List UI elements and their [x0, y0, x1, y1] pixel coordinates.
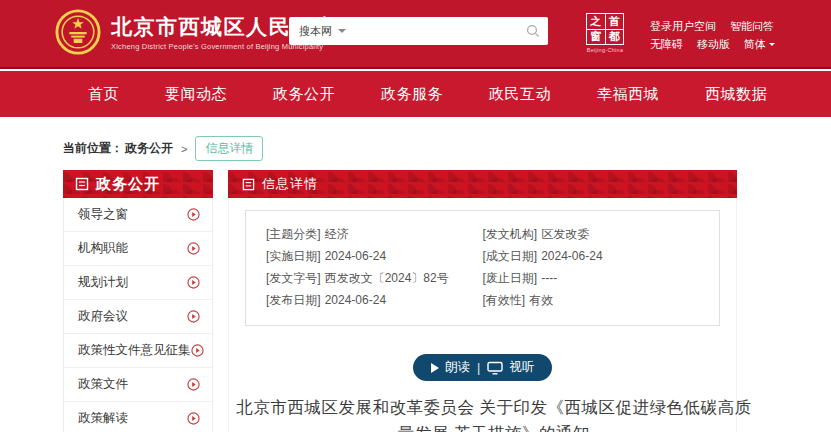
- breadcrumb-separator: >: [181, 143, 187, 155]
- meta-label: [发文字号]: [266, 271, 321, 285]
- meta-issuing-agency: [发文机构]区发改委: [483, 223, 700, 245]
- sidebar-item-label: 政策解读: [78, 410, 128, 427]
- link-login-user-space[interactable]: 登录用户空间: [650, 17, 716, 35]
- meta-value: 2024-06-24: [325, 249, 386, 263]
- page: 北京市西城区人民政府 Xicheng District People's Gov…: [0, 0, 831, 432]
- site-header: 北京市西城区人民政府 Xicheng District People's Gov…: [0, 0, 831, 69]
- link-simplified-chinese[interactable]: 简体: [744, 35, 775, 53]
- sidebar-gov-disclosure: 政务公开 领导之窗 机构职能 规划计划 政府会议 政策性文件意见征集: [63, 170, 213, 432]
- panel-title: 信息详情: [262, 175, 318, 193]
- meta-value: 区发改委: [541, 227, 589, 241]
- play-icon: [431, 363, 439, 373]
- read-aloud-audiovisual-button[interactable]: 朗读 | 视听: [413, 354, 552, 381]
- national-emblem-icon: [55, 9, 101, 55]
- sidebar-item-org-functions[interactable]: 机构职能: [64, 232, 212, 266]
- main-nav: 首页 要闻动态 政务公开 政务服务 政民互动 幸福西城 西城数据: [0, 71, 831, 117]
- info-detail-body: [主题分类]经济 [实施日期]2024-06-24 [发文字号]西发改文〔202…: [228, 198, 737, 432]
- meta-value: 2024-06-24: [325, 293, 386, 307]
- sidebar-item-policy-comments[interactable]: 政策性文件意见征集: [64, 334, 212, 368]
- meta-value: 经济: [325, 227, 349, 241]
- nav-item-home[interactable]: 首页: [88, 85, 119, 104]
- nav-item-news[interactable]: 要闻动态: [165, 85, 227, 104]
- sidebar-item-label: 政策文件: [78, 376, 128, 393]
- link-mobile-version[interactable]: 移动版: [697, 35, 730, 53]
- meta-publish-date: [发布日期]2024-06-24: [266, 289, 483, 311]
- nav-item-xicheng-data[interactable]: 西城数据: [705, 85, 767, 104]
- breadcrumb-prefix: 当前位置：: [63, 140, 123, 157]
- meta-column-left: [主题分类]经济 [实施日期]2024-06-24 [发文字号]西发改文〔202…: [266, 223, 483, 311]
- circle-arrow-icon: [187, 310, 200, 323]
- media-button-row: 朗读 | 视听: [229, 354, 736, 381]
- audiovisual-label: 视听: [509, 359, 534, 376]
- meta-implementation-date: [实施日期]2024-06-24: [266, 245, 483, 267]
- search-bar: 搜本网: [289, 17, 548, 45]
- meta-value: ----: [541, 271, 557, 285]
- link-smart-qa[interactable]: 智能问答: [730, 17, 774, 35]
- search-scope-dropdown[interactable]: 搜本网: [289, 24, 354, 39]
- meta-label: [废止日期]: [483, 271, 538, 285]
- meta-label: [有效性]: [483, 293, 526, 307]
- sidebar-item-leaders-window[interactable]: 领导之窗: [64, 198, 212, 232]
- nav-item-gov-services[interactable]: 政务服务: [381, 85, 443, 104]
- sidebar-item-label: 机构职能: [78, 240, 128, 257]
- meta-written-date: [成文日期]2024-06-24: [483, 245, 700, 267]
- sidebar-item-plans[interactable]: 规划计划: [64, 266, 212, 300]
- breadcrumb: 当前位置： 政务公开 > 信息详情: [63, 136, 263, 161]
- link-accessibility[interactable]: 无障碍: [650, 35, 683, 53]
- breadcrumb-current[interactable]: 信息详情: [195, 136, 263, 161]
- read-aloud-label: 朗读: [445, 359, 470, 376]
- document-list-icon: [75, 177, 89, 191]
- breadcrumb-section[interactable]: 政务公开: [125, 140, 173, 157]
- circle-arrow-icon: [187, 242, 200, 255]
- meta-label: [主题分类]: [266, 227, 321, 241]
- search-scope-label: 搜本网: [299, 24, 332, 39]
- sidebar-item-label: 政策性文件意见征集: [78, 342, 191, 359]
- circle-arrow-icon: [187, 412, 200, 425]
- capital-window-char: 窗: [587, 30, 605, 45]
- sidebar-item-label: 领导之窗: [78, 206, 128, 223]
- sidebar-list: 领导之窗 机构职能 规划计划 政府会议 政策性文件意见征集 政策文件: [63, 198, 213, 432]
- sidebar-item-policy-interpretation[interactable]: 政策解读: [64, 402, 212, 432]
- meta-label: [实施日期]: [266, 249, 321, 263]
- search-input[interactable]: [354, 19, 518, 43]
- meta-value: 西发改文〔2024〕82号: [325, 271, 449, 285]
- meta-label: [发文机构]: [483, 227, 538, 241]
- document-title: 北京市西城区发展和改革委员会 关于印发《西城区促进绿色低碳高质量发展 若干措施》…: [229, 395, 759, 432]
- meta-document-number: [发文字号]西发改文〔2024〕82号: [266, 267, 483, 289]
- search-button[interactable]: [518, 17, 548, 45]
- capital-window-char: 首: [606, 14, 624, 29]
- meta-validity: [有效性]有效: [483, 289, 700, 311]
- meta-label: [发布日期]: [266, 293, 321, 307]
- sidebar-item-label: 规划计划: [78, 274, 128, 291]
- capital-window-grid: 之 首 窗 都: [586, 13, 624, 45]
- circle-arrow-icon: [187, 208, 200, 221]
- caret-down-icon: [338, 29, 346, 33]
- button-separator: |: [477, 361, 480, 375]
- capital-window-char: 之: [587, 14, 605, 29]
- document-meta-box: [主题分类]经济 [实施日期]2024-06-24 [发文字号]西发改文〔202…: [245, 210, 720, 326]
- nav-item-interaction[interactable]: 政民互动: [489, 85, 551, 104]
- meta-topic-category: [主题分类]经济: [266, 223, 483, 245]
- meta-repeal-date: [废止日期]----: [483, 267, 700, 289]
- link-simplified-chinese-label: 简体: [744, 35, 766, 53]
- meta-column-right: [发文机构]区发改委 [成文日期]2024-06-24 [废止日期]---- […: [483, 223, 700, 311]
- info-detail-header: 信息详情: [228, 170, 737, 198]
- sidebar-item-gov-meetings[interactable]: 政府会议: [64, 300, 212, 334]
- header-quick-links: 登录用户空间 智能问答 无障碍 移动版 简体: [650, 17, 775, 53]
- meta-value: 2024-06-24: [541, 249, 602, 263]
- sidebar-header: 政务公开: [63, 170, 213, 198]
- meta-value: 有效: [529, 293, 553, 307]
- capital-window-caption: Beijing-China: [583, 47, 627, 53]
- nav-item-gov-disclosure[interactable]: 政务公开: [273, 85, 335, 104]
- info-detail-panel: 信息详情 [主题分类]经济 [实施日期]2024-06-24 [发文字号]西发改…: [228, 170, 737, 432]
- circle-arrow-icon: [187, 276, 200, 289]
- circle-arrow-icon: [187, 378, 200, 391]
- search-icon: [526, 24, 540, 38]
- sidebar-title: 政务公开: [96, 175, 160, 194]
- nav-item-happy-xicheng[interactable]: 幸福西城: [597, 85, 659, 104]
- sidebar-item-policy-documents[interactable]: 政策文件: [64, 368, 212, 402]
- document-list-icon: [242, 178, 255, 191]
- capital-window-logo[interactable]: 之 首 窗 都 Beijing-China: [583, 13, 627, 53]
- meta-label: [成文日期]: [483, 249, 538, 263]
- circle-arrow-icon: [191, 344, 204, 357]
